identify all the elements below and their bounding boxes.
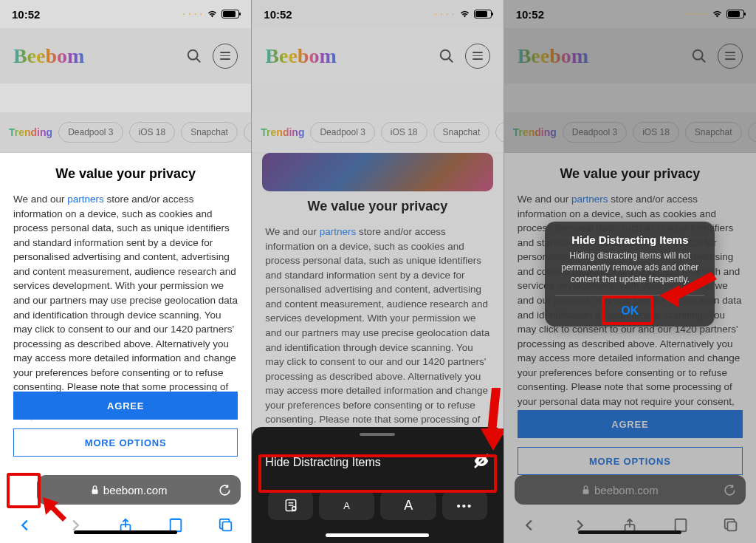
lock-icon [91, 485, 99, 495]
battery-icon [474, 10, 492, 18]
hide-distracting-items-row[interactable]: Hide Distracting Items [252, 442, 503, 483]
tabs-button[interactable] [723, 517, 739, 533]
cellular-dots-icon: • • • • [688, 12, 708, 16]
status-bar: 10:52 • • • • [504, 0, 756, 28]
wifi-icon [459, 10, 470, 18]
chip[interactable]: iOS 18 [633, 122, 679, 143]
chip[interactable]: Deadpool 3 [58, 122, 123, 143]
logo: Beebom [518, 44, 588, 68]
battery-icon [221, 10, 239, 18]
cellular-dots-icon: • • • • [183, 12, 203, 16]
svg-rect-21 [583, 489, 589, 494]
menu-icon[interactable] [213, 44, 238, 69]
safari-toolbar [0, 508, 251, 543]
chip[interactable]: Snapchat [433, 122, 490, 143]
svg-rect-23 [727, 522, 736, 530]
lock-icon [582, 485, 590, 495]
screenshot-panel-1: 10:52 • • • • Beebom Trending [0, 0, 252, 543]
search-icon[interactable] [186, 48, 202, 64]
sheet-handle[interactable] [360, 433, 395, 436]
reload-icon[interactable] [723, 483, 737, 497]
tabs-button[interactable] [218, 517, 234, 533]
wifi-icon [712, 10, 723, 18]
hero-image [262, 153, 492, 191]
back-button[interactable] [521, 517, 537, 533]
privacy-body: We and our partners store and/or access … [265, 225, 489, 456]
screenshot-panel-3: 10:52 • • • • Beebom Trending [504, 0, 756, 543]
tag-bar: Trending Deadpool 3 iOS 18 Snapchat R [504, 112, 756, 153]
back-button[interactable] [17, 517, 33, 533]
privacy-consent: We value your privacy We and our partner… [0, 153, 251, 425]
svg-point-16 [292, 507, 295, 510]
svg-line-11 [449, 58, 453, 62]
agree-button[interactable]: AGREE [518, 410, 743, 438]
hide-items-alert: Hide Distracting Items Hiding distractin… [545, 222, 715, 327]
svg-point-10 [440, 49, 450, 59]
hide-distracting-label: Hide Distracting Items [265, 456, 381, 469]
partners-link[interactable]: partners [67, 194, 104, 205]
chip[interactable]: R [495, 122, 503, 143]
screenshot-panel-2: 10:52 • • • • Beebom Trending [252, 0, 504, 543]
partners-link[interactable]: partners [571, 194, 608, 205]
site-header: Beebom [504, 28, 756, 83]
status-bar: 10:52 • • • • [0, 0, 251, 28]
svg-line-20 [701, 58, 705, 62]
alert-title: Hide Distracting Items [555, 233, 704, 246]
menu-icon[interactable] [465, 44, 490, 69]
home-indicator [74, 530, 177, 534]
chip[interactable]: R [748, 122, 756, 143]
tag-bar: Trending Deadpool 3 iOS 18 Snapchat R [0, 112, 251, 153]
more-options-button[interactable]: MORE OPTIONS [13, 428, 238, 457]
url-text: beebom.com [103, 484, 168, 496]
privacy-title: We value your privacy [265, 199, 489, 214]
chip[interactable]: Deadpool 3 [310, 122, 374, 143]
logo: Beebom [265, 44, 336, 68]
home-indicator [578, 530, 681, 534]
status-bar: 10:52 • • • • [252, 0, 503, 28]
chip[interactable]: R [244, 122, 251, 143]
svg-line-1 [197, 58, 201, 62]
privacy-consent: We value your privacy We and our partner… [252, 188, 503, 425]
svg-point-19 [693, 49, 703, 59]
chip[interactable]: iOS 18 [381, 122, 427, 143]
text-smaller-button[interactable]: A [319, 491, 375, 520]
reload-icon[interactable] [218, 483, 232, 497]
reader-mode-button[interactable] [10, 475, 35, 505]
clock: 10:52 [516, 8, 544, 21]
reader-sheet: Hide Distracting Items A A ••• [252, 427, 503, 543]
trending-label: Trending [261, 126, 304, 138]
clock: 10:52 [12, 8, 40, 21]
alert-body: Hiding distracting items will not perman… [555, 250, 704, 286]
more-options-button[interactable]: MORE OPTIONS [518, 447, 743, 475]
safari-toolbar [504, 508, 756, 543]
svg-rect-2 [17, 485, 30, 495]
menu-icon[interactable] [718, 44, 743, 69]
svg-point-0 [188, 49, 198, 59]
address-bar[interactable]: beebom.com [515, 475, 746, 505]
privacy-body: We and our partners store and/or access … [13, 192, 238, 423]
address-bar[interactable]: beebom.com [37, 475, 241, 505]
reader-page-button[interactable] [268, 491, 313, 520]
partners-link[interactable]: partners [320, 226, 357, 237]
svg-rect-5 [92, 489, 97, 494]
chip[interactable]: Snapchat [181, 122, 238, 143]
cellular-dots-icon: • • • • [435, 12, 455, 16]
chip[interactable]: Snapchat [685, 122, 742, 143]
wifi-icon [207, 10, 218, 18]
chip[interactable]: Deadpool 3 [563, 122, 627, 143]
text-segment: A A ••• [252, 483, 503, 529]
svg-rect-7 [223, 522, 232, 530]
search-icon[interactable] [691, 48, 707, 64]
text-larger-button[interactable]: A [380, 491, 436, 520]
alert-ok-button[interactable]: OK [555, 295, 704, 327]
logo: Beebom [13, 44, 84, 68]
eye-off-icon [472, 452, 490, 473]
more-button[interactable]: ••• [442, 491, 487, 520]
privacy-title: We value your privacy [518, 166, 743, 182]
chip[interactable]: iOS 18 [129, 122, 176, 143]
agree-button[interactable]: AGREE [13, 392, 238, 420]
search-icon[interactable] [439, 48, 455, 64]
trending-label: Trending [513, 126, 557, 138]
trending-label: Trending [9, 126, 52, 138]
site-header: Beebom [252, 28, 503, 83]
